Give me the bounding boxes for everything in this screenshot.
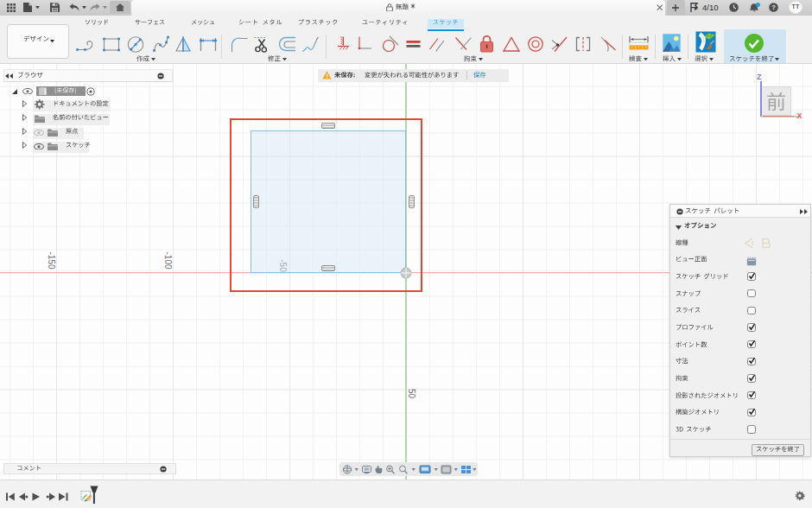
svg-text:?: ? — [771, 3, 776, 11]
